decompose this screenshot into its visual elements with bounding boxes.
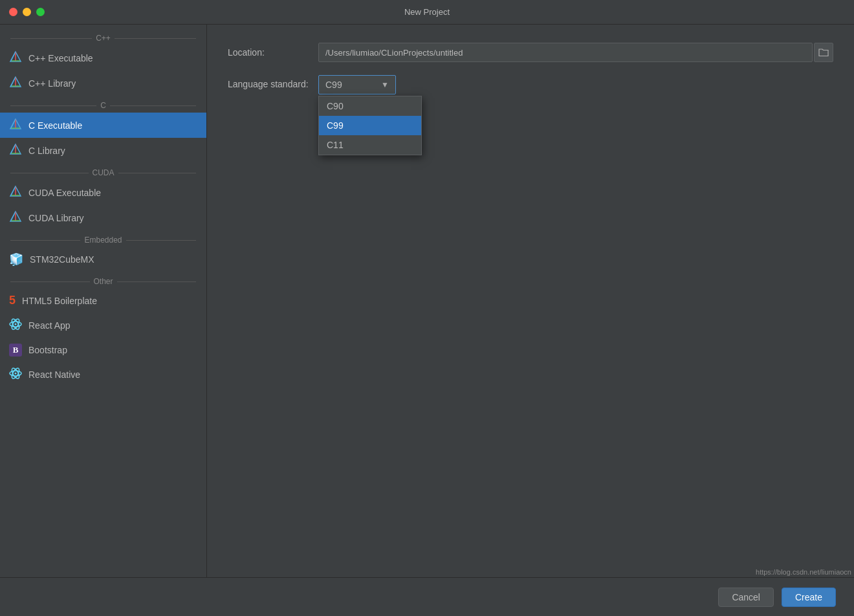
cmake-icon bbox=[9, 210, 22, 225]
location-row: Location: bbox=[228, 43, 833, 62]
sidebar-item-label: CUDA Executable bbox=[28, 188, 101, 198]
main-content: C++ C++ Executable C++ Library C C Execu… bbox=[0, 25, 854, 577]
svg-line-24 bbox=[11, 212, 16, 221]
section-label-c: C bbox=[0, 96, 206, 113]
sidebar-item-react-app[interactable]: React App bbox=[0, 313, 206, 338]
dropdown-selected-value: C99 bbox=[325, 80, 376, 90]
sidebar-item-c-library[interactable]: C Library bbox=[0, 138, 206, 163]
sidebar-item-label: React Native bbox=[28, 369, 80, 380]
location-label: Location: bbox=[228, 47, 318, 58]
option-c99[interactable]: C99 bbox=[319, 116, 421, 135]
option-c90[interactable]: C90 bbox=[319, 96, 421, 116]
svg-point-28 bbox=[15, 324, 17, 325]
close-button[interactable] bbox=[9, 8, 17, 16]
sidebar-item-label: Bootstrap bbox=[28, 345, 67, 355]
section-label-cpp: C++ bbox=[0, 28, 206, 45]
sidebar-item-cuda-executable[interactable]: CUDA Executable bbox=[0, 180, 206, 205]
chevron-down-icon: ▼ bbox=[381, 80, 389, 89]
html5-icon: 5 bbox=[9, 294, 16, 307]
cmake-icon bbox=[9, 50, 22, 65]
svg-line-12 bbox=[11, 119, 16, 128]
sidebar-item-c-executable[interactable]: C Executable bbox=[0, 113, 206, 138]
sidebar-item-label: React App bbox=[28, 320, 71, 331]
sidebar-item-stm32cubemx[interactable]: 🧊 STM32CubeMX bbox=[0, 247, 206, 272]
sidebar-item-label: C Library bbox=[28, 146, 65, 156]
cmake-icon bbox=[9, 185, 22, 200]
language-dropdown-list: C90 C99 C11 bbox=[318, 96, 422, 155]
maximize-button[interactable] bbox=[36, 8, 45, 16]
sidebar-item-label: C++ Executable bbox=[28, 53, 93, 63]
language-standard-row: Language standard: C99 ▼ C90 C99 C11 bbox=[228, 75, 833, 94]
sidebar-item-bootstrap[interactable]: B Bootstrap bbox=[0, 338, 206, 362]
bootstrap-icon: B bbox=[9, 344, 22, 357]
right-panel: Location: Language standard: C99 ▼ C90 C… bbox=[207, 25, 854, 577]
language-label: Language standard: bbox=[228, 79, 318, 89]
svg-line-8 bbox=[11, 77, 16, 86]
sidebar-item-react-native[interactable]: React Native bbox=[0, 362, 206, 388]
sidebar-item-label: C++ Library bbox=[28, 78, 76, 89]
section-label-other: Other bbox=[0, 272, 206, 289]
cmake-icon bbox=[9, 143, 22, 158]
title-bar: New Project bbox=[0, 0, 854, 25]
window-title: New Project bbox=[404, 7, 450, 17]
cmake-icon bbox=[9, 118, 22, 133]
sidebar-item-label: C Executable bbox=[28, 120, 82, 131]
cancel-button[interactable]: Cancel bbox=[718, 588, 774, 607]
language-dropdown-wrapper: C99 ▼ C90 C99 C11 bbox=[318, 75, 396, 94]
cmake-icon bbox=[9, 76, 22, 91]
section-label-cuda: CUDA bbox=[0, 163, 206, 180]
location-input[interactable] bbox=[318, 43, 813, 62]
sidebar-item-cpp-executable[interactable]: C++ Executable bbox=[0, 45, 206, 71]
watermark: https://blog.csdn.net/liumiaocn bbox=[753, 567, 854, 577]
create-button[interactable]: Create bbox=[782, 588, 836, 607]
cube-icon: 🧊 bbox=[9, 252, 23, 267]
svg-line-16 bbox=[11, 144, 16, 153]
folder-button[interactable] bbox=[814, 43, 833, 62]
react-native-icon bbox=[9, 367, 22, 382]
sidebar: C++ C++ Executable C++ Library C C Execu… bbox=[0, 25, 207, 577]
svg-line-20 bbox=[11, 186, 16, 195]
svg-point-32 bbox=[15, 373, 17, 375]
option-c11[interactable]: C11 bbox=[319, 135, 421, 155]
window-controls bbox=[9, 8, 45, 16]
react-icon bbox=[9, 318, 22, 333]
bottom-bar: Cancel Create bbox=[0, 577, 854, 616]
sidebar-item-html5-boilerplate[interactable]: 5 HTML5 Boilerplate bbox=[0, 289, 206, 313]
language-dropdown[interactable]: C99 ▼ bbox=[318, 75, 396, 94]
sidebar-item-label: STM32CubeMX bbox=[30, 254, 94, 265]
sidebar-item-cuda-library[interactable]: CUDA Library bbox=[0, 205, 206, 230]
sidebar-item-label: CUDA Library bbox=[28, 213, 84, 223]
section-label-embedded: Embedded bbox=[0, 230, 206, 247]
sidebar-item-label: HTML5 Boilerplate bbox=[22, 296, 97, 306]
sidebar-item-cpp-library[interactable]: C++ Library bbox=[0, 71, 206, 96]
svg-line-4 bbox=[11, 52, 16, 61]
minimize-button[interactable] bbox=[23, 8, 31, 16]
